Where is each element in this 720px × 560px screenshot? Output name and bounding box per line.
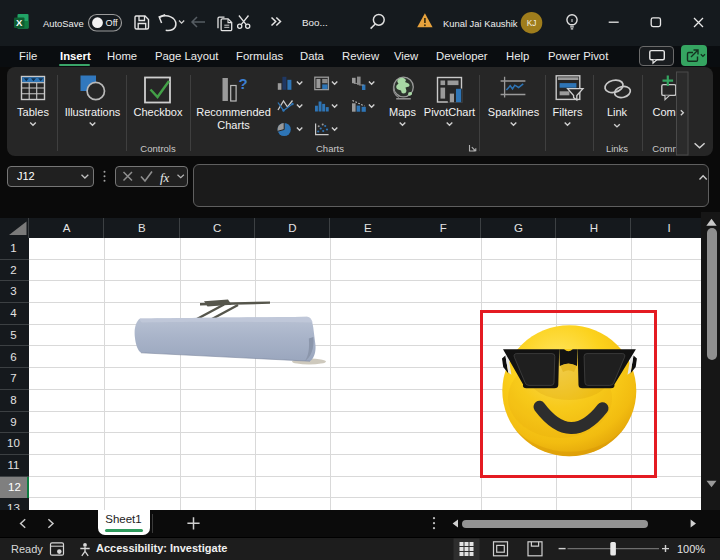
svg-text:?: ? — [238, 75, 247, 92]
svg-text:Off: Off — [106, 18, 119, 28]
svg-text:KJ: KJ — [527, 18, 537, 28]
svg-text:X: X — [16, 17, 23, 28]
svg-text:fx: fx — [160, 170, 170, 185]
